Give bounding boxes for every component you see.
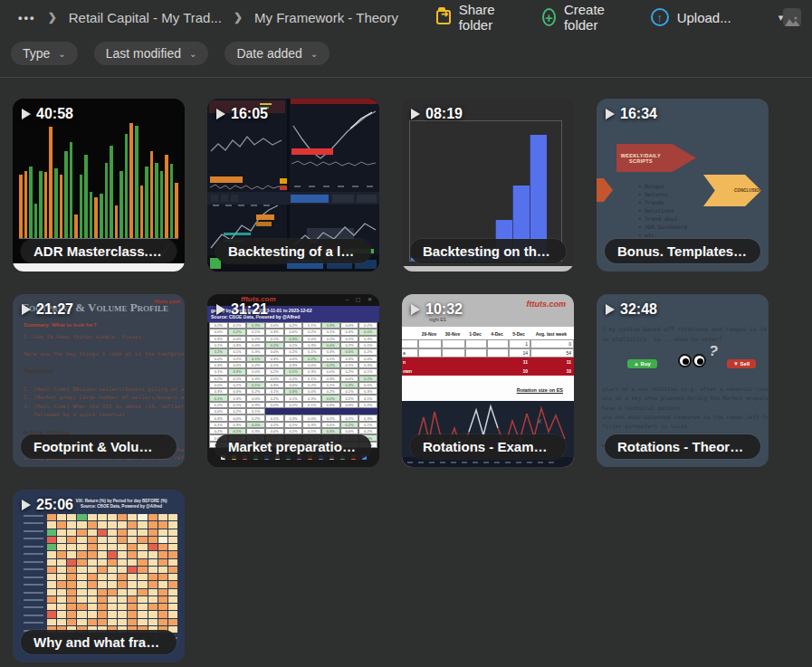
filter-type[interactable]: Type ⌄ xyxy=(11,42,78,65)
table-row: own1010 xyxy=(402,367,574,376)
cell xyxy=(465,348,487,357)
cell: 0.3% xyxy=(209,362,228,368)
heatmap-cell xyxy=(118,529,127,536)
file-name-pill[interactable]: Backtesting on the VI... xyxy=(410,239,566,263)
cell: 0.0% xyxy=(284,329,303,335)
cell: 0.2% xyxy=(265,342,284,348)
cell: 0.0% xyxy=(284,356,303,362)
cell: 0.1% xyxy=(246,329,265,335)
cell: 0.0% xyxy=(321,342,340,348)
bar xyxy=(39,171,43,238)
heatmap-cell xyxy=(108,514,117,520)
cell: 0.1% xyxy=(284,422,303,428)
heatmap-cell xyxy=(67,611,76,617)
heatmap-cell xyxy=(108,537,117,543)
image-view-icon[interactable] xyxy=(783,8,801,26)
video-card-footprint-volume[interactable]: Footprint & Volume Profile fftuts.com Su… xyxy=(13,294,185,467)
video-card-rotations-example[interactable]: night ES fttuts.com 29-Nov30-Nov1-Dec4-D… xyxy=(402,294,574,467)
text-line: 3. [Real-time] When the VIX is above /15… xyxy=(24,402,183,411)
breadcrumb-ellipsis[interactable]: ••• xyxy=(18,11,36,24)
video-card-market-preparation[interactable]: fftuts.com – ▢ ✕ ge (%) by Period from 2… xyxy=(207,294,379,467)
row-label-dash xyxy=(24,530,43,532)
heatmap-cell xyxy=(128,604,137,610)
upload-arrow-icon: ↑ xyxy=(651,8,669,26)
heatmap-cell xyxy=(67,529,76,536)
file-name-pill[interactable]: Bonus. Templates, Da... xyxy=(605,239,760,263)
filter-date-added[interactable]: Date added ⌄ xyxy=(224,42,330,65)
heatmap-cell xyxy=(158,544,167,550)
heatmap-cell xyxy=(88,619,97,625)
filter-last-modified[interactable]: Last modified ⌄ xyxy=(94,42,209,65)
cell xyxy=(418,357,442,367)
cell: 0.3% xyxy=(209,414,228,421)
play-icon xyxy=(216,109,225,119)
cell: 0.3% xyxy=(302,342,321,348)
heatmap-cell xyxy=(128,544,137,550)
slide-arrow-partial xyxy=(597,178,613,202)
cell xyxy=(340,408,359,414)
heatmap-cell xyxy=(148,544,158,550)
text-line: I like to keep things simple. Always. xyxy=(24,332,183,341)
file-name-pill[interactable]: ADR Masterclass.mp4 xyxy=(21,239,177,263)
file-name-pill[interactable]: Why and what frame... xyxy=(21,630,177,654)
video-card-backtesting-long[interactable]: 16:05 Backtesting of a long-... xyxy=(207,99,379,272)
heatmap-cell xyxy=(47,581,56,587)
heatmap-cell xyxy=(168,514,177,520)
cell: 0.3% xyxy=(265,329,284,335)
share-folder-button[interactable]: Share folder xyxy=(436,2,510,33)
chevron-down-icon: ⌄ xyxy=(310,49,318,59)
cell: 0.1% xyxy=(358,342,377,348)
cell: 0.1% xyxy=(358,368,377,375)
row-label-dash xyxy=(24,538,43,539)
heatmap-cell xyxy=(148,574,158,580)
video-card-why-what-frame[interactable]: VIX: Return (%) by Period for day BEFORE… xyxy=(13,490,185,662)
heatmap-cell xyxy=(47,529,56,536)
cell: 0.2% xyxy=(358,348,377,355)
breadcrumb-current-folder[interactable]: My Framework - Theory xyxy=(254,10,398,25)
file-name-pill[interactable]: Backtesting of a long-... xyxy=(215,239,371,263)
heatmap-cell xyxy=(88,596,97,603)
breadcrumb: ••• ❯ Retail Capital - My Trad... ❯ My F… xyxy=(18,10,398,25)
bar xyxy=(165,155,168,238)
heatmap-cell xyxy=(118,551,127,557)
file-name-pill[interactable]: Rotations - Example.... xyxy=(410,434,566,459)
table-link: Rotation size on ES xyxy=(517,387,563,393)
heatmap-cell xyxy=(158,567,167,573)
file-name-pill[interactable]: Market preparation.m... xyxy=(215,434,371,459)
bar xyxy=(90,192,93,238)
video-duration: 40:58 xyxy=(22,106,73,122)
heatmap-cell xyxy=(47,551,56,557)
video-card-adr-masterclass[interactable]: 40:58 ADR Masterclass.mp4 xyxy=(13,99,185,272)
cell: 0.1% xyxy=(209,368,228,375)
upload-button[interactable]: ↑ Upload... xyxy=(651,8,731,26)
video-duration: 31:21 xyxy=(216,301,268,318)
file-name-pill[interactable]: Rotations - Theory.mp4 xyxy=(605,434,760,459)
file-name-pill[interactable]: Footprint & Volume P... xyxy=(21,434,177,459)
breadcrumb-parent-folder[interactable]: Retail Capital - My Trad... xyxy=(69,10,222,25)
heatmap-cell xyxy=(67,559,76,566)
heatmap-cell xyxy=(47,604,56,610)
video-card-bonus-templates[interactable]: Weekly/Daily Scripts Conclusions • Range… xyxy=(597,99,769,272)
heatmap-cell xyxy=(158,619,167,625)
video-duration: 16:34 xyxy=(606,106,657,122)
cell: 0.2% xyxy=(228,408,247,414)
cell: 0.1% xyxy=(284,342,303,348)
heatmap-cell xyxy=(108,567,117,573)
cell: 0.0% xyxy=(246,395,265,401)
cell: 0.0% xyxy=(321,395,340,401)
cell: 0.0% xyxy=(265,376,284,382)
heatmap-cell xyxy=(77,544,86,550)
create-folder-button[interactable]: + Create folder xyxy=(542,2,618,33)
bar xyxy=(160,171,164,238)
cell: 0.0% xyxy=(284,382,303,388)
cell: 0 xyxy=(530,339,574,348)
video-card-backtesting-vix[interactable]: 08:19 Backtesting on the VI... xyxy=(402,99,574,272)
video-card-rotations-theory[interactable]: t my system based off rotations and rang… xyxy=(597,294,769,467)
share-folder-label: Share folder xyxy=(459,2,510,33)
cell: 0.3% xyxy=(209,336,228,342)
cell xyxy=(418,348,442,357)
video-duration: 08:19 xyxy=(411,106,463,122)
bar xyxy=(80,175,83,238)
bullet-item: • Trends xyxy=(638,198,687,206)
bar xyxy=(74,214,78,238)
